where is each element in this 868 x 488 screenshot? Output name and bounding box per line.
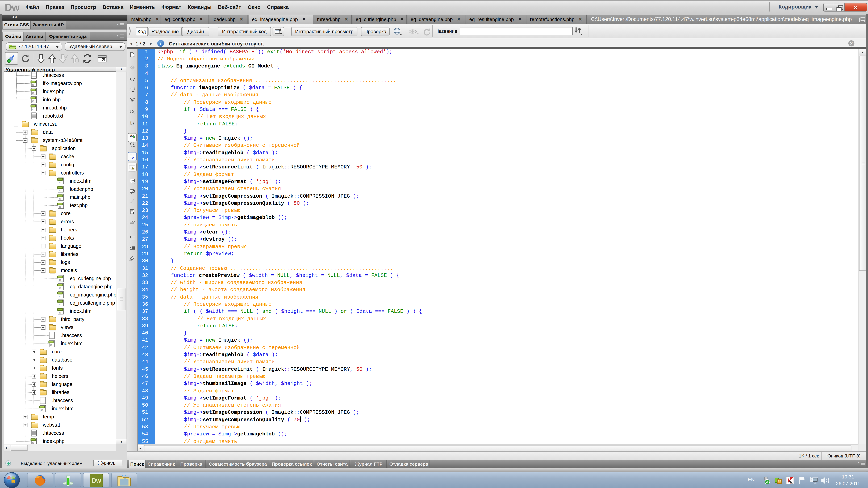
svg-text:#: # — [130, 133, 132, 137]
svg-text:{;}: {;} — [130, 121, 135, 125]
svg-text:!: ! — [132, 167, 133, 169]
